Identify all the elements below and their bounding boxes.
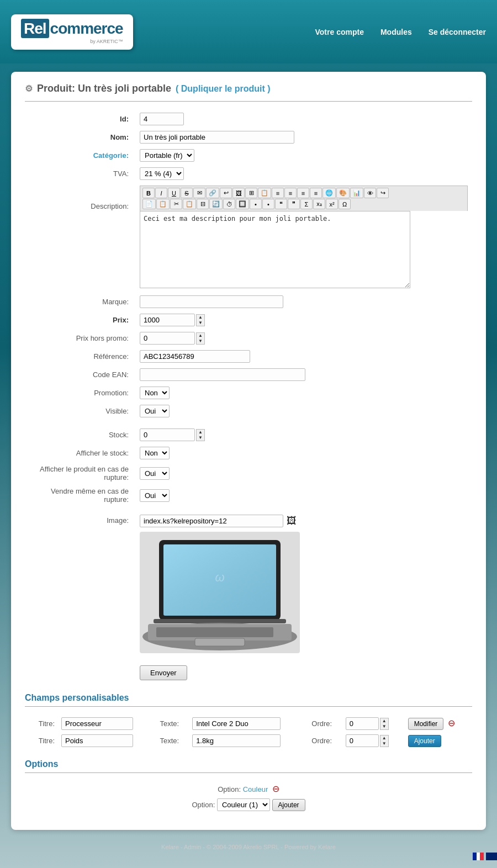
tb-bold[interactable]: B bbox=[142, 188, 155, 198]
tb-color[interactable]: 🎨 bbox=[336, 188, 350, 198]
champs-texte-label-2: Texte: bbox=[156, 732, 189, 749]
tb-chart[interactable]: 📊 bbox=[350, 188, 363, 198]
options-select[interactable]: Couleur (1) bbox=[217, 798, 270, 811]
champs-texte-input-2[interactable] bbox=[192, 734, 281, 747]
tb-align-left[interactable]: ≡ bbox=[272, 188, 284, 198]
prix-input[interactable] bbox=[140, 314, 195, 326]
tb-image[interactable]: 🖼 bbox=[232, 188, 245, 198]
tb-align-center[interactable]: ≡ bbox=[284, 188, 297, 198]
stock-arrows[interactable]: ▲ ▼ bbox=[196, 429, 205, 441]
visible-select[interactable]: Oui Non bbox=[140, 405, 170, 417]
tb-eye[interactable]: 👁 bbox=[364, 188, 376, 198]
image-url-input[interactable] bbox=[140, 515, 283, 527]
champs-texte-input-1[interactable] bbox=[192, 717, 281, 730]
folder-icon[interactable]: 🖼 bbox=[287, 515, 297, 527]
nav-modules[interactable]: Modules bbox=[380, 28, 412, 36]
options-cell-1: Option: Couleur ⊖ bbox=[25, 781, 472, 796]
tb-align-justify[interactable]: ≡ bbox=[310, 188, 322, 198]
prix-promo-down[interactable]: ▼ bbox=[197, 338, 204, 344]
description-textarea[interactable]: Ceci est ma description pour mon joli po… bbox=[140, 211, 410, 288]
champs-titre-input-2[interactable] bbox=[61, 734, 133, 747]
prix-down[interactable]: ▼ bbox=[197, 320, 204, 326]
champs-ordre-down-1[interactable]: ▼ bbox=[380, 724, 388, 729]
nav-logout[interactable]: Se déconnecter bbox=[429, 28, 486, 36]
champs-modify-button-1[interactable]: Modifier bbox=[408, 718, 444, 730]
tb-link[interactable]: 🔗 bbox=[206, 188, 219, 198]
afficher-stock-select[interactable]: Non Oui bbox=[140, 447, 170, 459]
categorie-select[interactable]: Portable (fr) bbox=[140, 149, 194, 162]
tb-underline[interactable]: U bbox=[168, 188, 180, 198]
tb-undo[interactable]: ↩ bbox=[220, 188, 232, 198]
tb-clip[interactable]: 📋 bbox=[258, 188, 271, 198]
vendre-rupture-select[interactable]: Oui Non bbox=[140, 489, 170, 502]
champs-ordre-up-1[interactable]: ▲ bbox=[380, 718, 388, 724]
title-divider bbox=[25, 101, 472, 102]
champs-ordre-up-2[interactable]: ▲ bbox=[380, 735, 388, 741]
stock-down[interactable]: ▼ bbox=[197, 435, 204, 441]
champs-ordre-spinner-1: ▲ ▼ bbox=[346, 717, 401, 730]
options-add-button[interactable]: Ajouter bbox=[272, 799, 305, 811]
nav-account[interactable]: Votre compte bbox=[315, 28, 364, 36]
options-value-1: Couleur bbox=[243, 785, 268, 793]
tb-list2[interactable]: • bbox=[262, 199, 274, 209]
tb-quote1[interactable]: ❝ bbox=[275, 199, 287, 209]
champs-ordre-arrows-1[interactable]: ▲ ▼ bbox=[380, 718, 389, 730]
flag-uk[interactable] bbox=[486, 853, 497, 860]
afficher-rupture-select[interactable]: Oui Non bbox=[140, 467, 170, 480]
prix-promo-up[interactable]: ▲ bbox=[197, 333, 204, 338]
tb-sigma[interactable]: Σ bbox=[300, 199, 313, 209]
champs-ordre-input-2[interactable] bbox=[346, 734, 379, 747]
tb-omega[interactable]: Ω bbox=[339, 199, 351, 209]
tb-copy[interactable]: 📄 bbox=[142, 199, 156, 209]
champs-ordre-arrows-2[interactable]: ▲ ▼ bbox=[380, 735, 389, 747]
visible-cell: Oui Non bbox=[135, 402, 472, 420]
prix-promo-input[interactable] bbox=[140, 332, 195, 345]
nom-input[interactable] bbox=[140, 131, 294, 144]
champs-titre-input-1[interactable] bbox=[61, 717, 133, 730]
champs-texte-cell-2 bbox=[189, 732, 308, 749]
prix-up[interactable]: ▲ bbox=[197, 315, 204, 320]
champs-add-button-2[interactable]: Ajouter bbox=[408, 735, 441, 747]
tb-strike[interactable]: S bbox=[181, 188, 193, 198]
flag-fr[interactable] bbox=[473, 853, 484, 860]
champs-remove-icon-1[interactable]: ⊖ bbox=[448, 718, 455, 728]
ean-input[interactable] bbox=[140, 368, 305, 381]
champs-ordre-down-2[interactable]: ▼ bbox=[380, 741, 388, 747]
prix-arrows[interactable]: ▲ ▼ bbox=[196, 314, 205, 326]
reference-input[interactable] bbox=[140, 350, 250, 363]
stock-up[interactable]: ▲ bbox=[197, 430, 204, 435]
tb-cut[interactable]: ✂ bbox=[170, 199, 182, 209]
duplicate-link[interactable]: ( Dupliquer le produit ) bbox=[176, 84, 271, 94]
tb-paste[interactable]: 📋 bbox=[156, 199, 170, 209]
description-label: Description: bbox=[25, 183, 135, 293]
tb-list1[interactable]: • bbox=[250, 199, 262, 209]
tb-remove[interactable]: ⊟ bbox=[197, 199, 209, 209]
stock-spinner: ▲ ▼ bbox=[140, 428, 468, 441]
tva-label: TVA: bbox=[25, 165, 135, 183]
laptop-image: ω bbox=[140, 532, 300, 653]
options-remove-icon-1[interactable]: ⊖ bbox=[272, 784, 279, 793]
tb-clock[interactable]: ⏱ bbox=[223, 199, 235, 209]
tb-sub[interactable]: x₂ bbox=[313, 199, 325, 209]
marque-cell bbox=[135, 293, 472, 311]
tb-italic[interactable]: I bbox=[155, 188, 167, 198]
tb-globe[interactable]: 🌐 bbox=[322, 188, 336, 198]
tb-redo[interactable]: ↪ bbox=[377, 188, 389, 198]
champs-ordre-input-1[interactable] bbox=[346, 717, 379, 730]
promotion-select[interactable]: Non Oui bbox=[140, 387, 170, 399]
prix-promo-arrows[interactable]: ▲ ▼ bbox=[196, 332, 205, 345]
id-input[interactable] bbox=[140, 113, 184, 125]
stock-input[interactable] bbox=[140, 428, 195, 441]
tva-select[interactable]: 21 % (4) bbox=[140, 167, 184, 180]
tb-quote2[interactable]: ❞ bbox=[288, 199, 300, 209]
tb-paste2[interactable]: 📋 bbox=[183, 199, 196, 209]
tb-table[interactable]: ⊞ bbox=[245, 188, 257, 198]
tb-email[interactable]: ✉ bbox=[193, 188, 205, 198]
marque-input[interactable] bbox=[140, 295, 283, 308]
tb-refresh[interactable]: 🔄 bbox=[209, 199, 223, 209]
main-nav: Votre compte Modules Se déconnecter bbox=[315, 28, 486, 36]
submit-button[interactable]: Envoyer bbox=[140, 665, 187, 680]
tb-align-right[interactable]: ≡ bbox=[297, 188, 309, 198]
tb-box[interactable]: 🔲 bbox=[236, 199, 249, 209]
tb-sup[interactable]: x² bbox=[326, 199, 338, 209]
